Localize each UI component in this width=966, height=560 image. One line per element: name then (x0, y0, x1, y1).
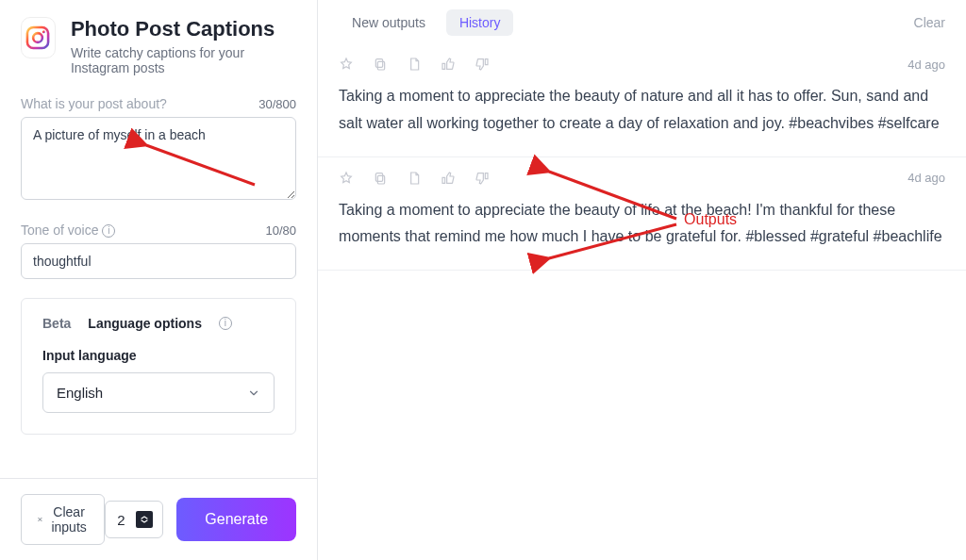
language-options-label: Language options (88, 316, 202, 331)
star-icon[interactable] (339, 57, 354, 72)
svg-point-2 (42, 30, 45, 33)
input-language-value: English (57, 385, 103, 401)
title-block: Photo Post Captions Write catchy caption… (71, 17, 296, 75)
language-panel: Beta Language options i Input language E… (21, 298, 296, 435)
tone-counter: 10/80 (266, 223, 297, 238)
input-language-select[interactable]: English (42, 372, 275, 413)
copy-icon[interactable] (373, 57, 388, 72)
quantity-value: 2 (115, 512, 126, 528)
tool-header: Photo Post Captions Write catchy caption… (21, 17, 296, 75)
output-time: 4d ago (908, 171, 945, 185)
svg-rect-0 (27, 27, 48, 48)
page-subtitle: Write catchy captions for your Instagram… (71, 45, 296, 75)
tab-history[interactable]: History (446, 9, 514, 36)
doc-icon[interactable] (407, 171, 422, 186)
output-card: 4d ago Taking a moment to appreciate the… (318, 157, 966, 272)
post-about-label: What is your post about? (21, 96, 167, 111)
thumbs-down-icon[interactable] (475, 171, 490, 186)
post-about-counter: 30/800 (258, 97, 296, 111)
page-title: Photo Post Captions (71, 17, 296, 41)
right-panel: New outputs History Clear 4d ago Taking … (318, 0, 966, 560)
beta-badge: Beta (42, 316, 71, 331)
tab-new-outputs[interactable]: New outputs (339, 9, 439, 36)
generate-button[interactable]: Generate (176, 498, 296, 541)
svg-point-1 (34, 33, 43, 42)
output-text: Taking a moment to appreciate the beauty… (339, 83, 945, 138)
quantity-stepper[interactable]: 2 (105, 501, 163, 538)
info-icon: i (219, 317, 232, 330)
form-scroll: Photo Post Captions Write catchy caption… (0, 0, 317, 478)
instagram-icon (21, 17, 56, 58)
tabs-row: New outputs History Clear (318, 0, 966, 43)
tone-input[interactable] (21, 243, 296, 279)
thumbs-up-icon[interactable] (441, 57, 456, 72)
thumbs-down-icon[interactable] (475, 57, 490, 72)
outputs-list: 4d ago Taking a moment to appreciate the… (318, 43, 966, 560)
doc-icon[interactable] (407, 57, 422, 72)
bottom-bar: Clear inputs 2 Generate (0, 478, 317, 560)
stepper-icon[interactable] (136, 511, 153, 528)
tone-label: Tone of voice i (21, 222, 115, 238)
post-about-input[interactable] (21, 117, 296, 200)
field-tone: Tone of voice i 10/80 (21, 222, 296, 279)
output-time: 4d ago (908, 58, 945, 72)
copy-icon[interactable] (373, 171, 388, 186)
svg-rect-6 (377, 175, 384, 184)
left-panel: Photo Post Captions Write catchy caption… (0, 0, 318, 560)
svg-rect-7 (375, 173, 382, 181)
field-post-about: What is your post about? 30/800 (21, 96, 296, 204)
star-icon[interactable] (339, 171, 354, 186)
close-icon (37, 514, 43, 525)
chevron-down-icon (247, 387, 260, 400)
thumbs-up-icon[interactable] (441, 171, 456, 186)
svg-rect-5 (375, 59, 382, 68)
output-text: Taking a moment to appreciate the beauty… (339, 197, 945, 252)
clear-outputs-link[interactable]: Clear (914, 15, 945, 30)
input-language-label: Input language (42, 348, 275, 363)
clear-inputs-button[interactable]: Clear inputs (21, 494, 105, 545)
svg-rect-4 (377, 61, 384, 70)
output-card: 4d ago Taking a moment to appreciate the… (318, 43, 966, 157)
info-icon: i (102, 224, 115, 238)
